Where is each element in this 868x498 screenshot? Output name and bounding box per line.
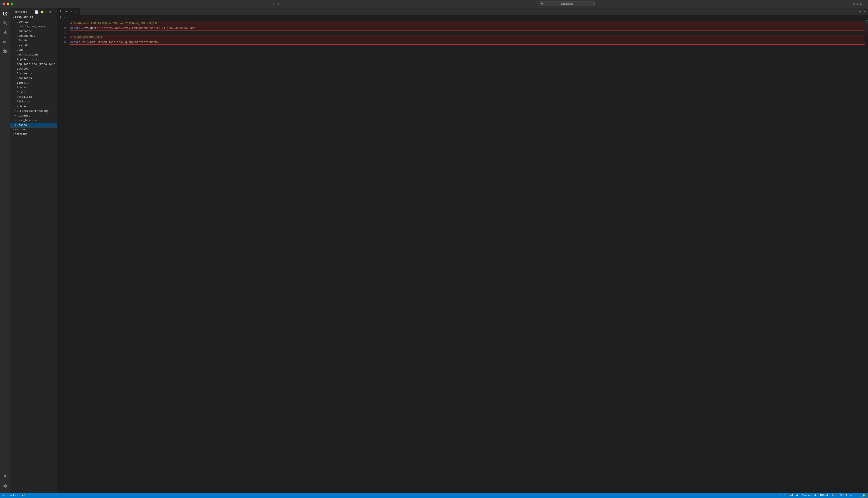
- timeline-section: › TIMELINE: [10, 132, 57, 136]
- split-editor-icon[interactable]: ⊟: [858, 9, 862, 14]
- tree-item-zsh-sessions[interactable]: › .zsh_sessions: [10, 52, 57, 57]
- search-input[interactable]: [539, 1, 595, 6]
- item-label: Documents: [17, 72, 32, 75]
- search-bar[interactable]: 🔍: [539, 1, 595, 6]
- editor-scrollbar[interactable]: [865, 20, 868, 493]
- item-label: .vscode: [17, 44, 29, 47]
- item-label: Library: [17, 81, 29, 84]
- refresh-icon[interactable]: ↺: [45, 10, 48, 14]
- code-var-javahome: JAVA_HOME: [82, 26, 97, 30]
- tree-item-oracle[interactable]: › .oracle_jre_usage: [10, 24, 57, 29]
- tree-item-viminfo[interactable]: ≡ .viminfo: [10, 113, 57, 118]
- tree-item-snipaste[interactable]: › .snipaste: [10, 29, 57, 34]
- chevron-down-icon: ▾: [13, 16, 14, 19]
- sidebar-item-account[interactable]: [1, 472, 9, 480]
- tab-file-icon: $: [60, 10, 61, 13]
- item-label: .wns: [17, 49, 24, 52]
- tree-item-config[interactable]: › .config: [10, 19, 57, 24]
- editor-code[interactable]: # 配置Oracle ARM64位架构macOS版Java21的JAVA_HOM…: [67, 20, 865, 493]
- sidebar-item-run[interactable]: [1, 38, 9, 46]
- statusbar-right: Ln 5, Col 54 Spaces: 4 UTF-8 LF Shell Sc…: [779, 494, 866, 497]
- sidebar-actions: 📄 📁 ↺ ⊟ ⋯: [34, 10, 55, 14]
- tree-item-library[interactable]: › Library: [10, 80, 57, 85]
- item-label: .zsh_sessions: [17, 53, 38, 56]
- status-ln-col[interactable]: Ln 5, Col 54: [779, 494, 799, 497]
- tree-item-zsh-history[interactable]: ≡ .zsh_history: [10, 118, 57, 123]
- breadcrumb-filename[interactable]: .zshrc: [62, 16, 71, 19]
- sidebar-item-settings[interactable]: [1, 482, 9, 490]
- tree-item-pictures[interactable]: › Pictures: [10, 99, 57, 104]
- folder-icon: ›: [14, 54, 16, 56]
- item-label: .Trash: [17, 39, 27, 42]
- code-line-5: export PATH=$PATH:/Applications/QQ.app/C…: [70, 40, 865, 44]
- sidebar-item-search[interactable]: [1, 19, 9, 27]
- tree-item-documents[interactable]: › Documents: [10, 71, 57, 76]
- outline-section: › OUTLINE: [10, 127, 57, 132]
- item-label: .config: [17, 20, 29, 24]
- new-folder-icon[interactable]: 📁: [40, 10, 44, 14]
- menu-icon[interactable]: ⋯: [864, 2, 866, 6]
- status-notification[interactable]: 🔔: [861, 494, 866, 497]
- root-folder[interactable]: ▾ LIUGUANGLEI: [10, 16, 57, 19]
- status-remote[interactable]: ⊙ 0: [21, 494, 26, 497]
- code-line-1: # 配置Oracle ARM64位架构macOS版Java21的JAVA_HOM…: [70, 21, 865, 26]
- item-label: Music: [17, 91, 25, 94]
- timeline-label: TIMELINE: [15, 133, 27, 135]
- back-arrow[interactable]: ‹: [272, 2, 275, 6]
- status-errors[interactable]: ⊗ 0 ⚠ 0: [9, 494, 19, 497]
- tree-item-public[interactable]: › Public: [10, 104, 57, 109]
- chevron-right-icon: ›: [13, 129, 14, 131]
- breadcrumb-file-icon: $: [60, 16, 61, 19]
- folder-icon: ›: [14, 25, 16, 28]
- tree-item-parallels[interactable]: › Parallels: [10, 94, 57, 99]
- tree-item-vscode[interactable]: › .vscode: [10, 43, 57, 48]
- item-label: .sogouinput: [17, 34, 35, 38]
- status-spaces[interactable]: Spaces: 4: [801, 494, 817, 497]
- layout-icon[interactable]: ⊞: [853, 2, 855, 6]
- tree-item-movies[interactable]: › Movies: [10, 85, 57, 90]
- tree-item-downloads[interactable]: › Downloads: [10, 76, 57, 80]
- folder-icon: ›: [14, 91, 16, 93]
- tree-item-sogouinput[interactable]: › .sogouinput: [10, 34, 57, 38]
- activity-bar: [0, 8, 10, 493]
- folder-icon: ›: [14, 77, 16, 79]
- collapse-icon[interactable]: ⊟: [49, 10, 51, 14]
- tree-item-applications-parallels[interactable]: › Applications (Parallels): [10, 62, 57, 66]
- editor-area: $ .zshrc ✕ ⊟ ⋯ $ .zshrc 1 2 3 4 5: [57, 8, 868, 493]
- outline-header[interactable]: › OUTLINE: [10, 128, 57, 132]
- layout3-icon[interactable]: ⊟: [860, 2, 862, 6]
- tree-item-wns[interactable]: › .wns: [10, 48, 57, 52]
- error-count: 0: [12, 494, 14, 497]
- item-label: Movies: [17, 86, 27, 89]
- code-keyword-export-2: export: [70, 40, 82, 44]
- more-icon[interactable]: ⋯: [52, 10, 55, 14]
- tree-item-zshrc[interactable]: $ .zshrc: [10, 123, 57, 127]
- tab-close-button[interactable]: ✕: [74, 10, 77, 13]
- new-file-icon[interactable]: 📄: [34, 10, 39, 14]
- folder-icon: ›: [14, 82, 16, 84]
- vscode-badge[interactable]: ⚡ X: [2, 494, 8, 497]
- encoding-label: UTF-8: [820, 494, 828, 497]
- code-op-2: =$PATH:: [89, 40, 100, 44]
- tree-item-desktop[interactable]: › Desktop: [10, 66, 57, 71]
- sidebar-item-extensions[interactable]: [1, 47, 9, 55]
- status-encoding[interactable]: UTF-8: [819, 494, 829, 497]
- tree-item-cfusertext[interactable]: ≡ .CFUserTextEncoding: [10, 109, 57, 113]
- tree-item-music[interactable]: › Music: [10, 90, 57, 94]
- sidebar-item-explorer[interactable]: [1, 9, 9, 18]
- close-dot[interactable]: [2, 2, 5, 5]
- titlebar-right: ⊞ ▤ ⊟ ⋯: [853, 2, 866, 6]
- status-line-ending[interactable]: LF: [831, 494, 836, 497]
- layout2-icon[interactable]: ▤: [857, 2, 858, 6]
- maximize-dot[interactable]: [11, 2, 13, 5]
- folder-icon: ›: [14, 101, 16, 103]
- status-language[interactable]: Shell Script: [839, 494, 859, 497]
- tree-item-trash[interactable]: › .Trash: [10, 38, 57, 43]
- forward-arrow[interactable]: ›: [277, 2, 280, 6]
- sidebar-item-source-control[interactable]: [1, 28, 9, 37]
- tree-item-applications[interactable]: › Applications: [10, 57, 57, 62]
- minimize-dot[interactable]: [7, 2, 9, 5]
- timeline-header[interactable]: › TIMELINE: [10, 132, 57, 136]
- tab-zshrc[interactable]: $ .zshrc ✕: [57, 8, 80, 15]
- more-actions-icon[interactable]: ⋯: [863, 9, 866, 14]
